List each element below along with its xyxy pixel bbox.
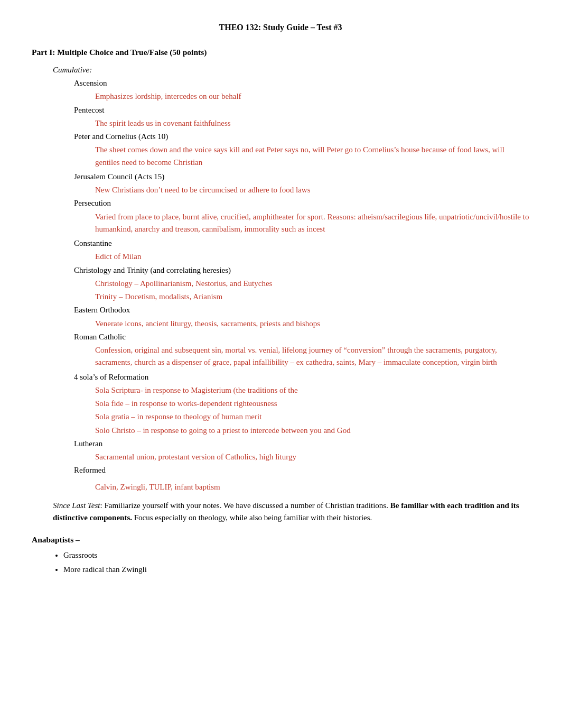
sola2: Sola fide – in response to works-depende… bbox=[95, 398, 529, 410]
anabaptists-heading: Anabaptists – bbox=[32, 533, 529, 546]
since-last-label: Since Last Test bbox=[53, 501, 100, 510]
anabaptists-section: Anabaptists – Grassroots More radical th… bbox=[32, 533, 529, 576]
persecution-label: Persecution bbox=[74, 197, 529, 209]
peter-cornelius-detail: The sheet comes down and the voice says … bbox=[95, 144, 529, 169]
eastern-orthodox-label: Eastern Orthodox bbox=[74, 304, 529, 316]
lutheran-label: Lutheran bbox=[74, 438, 529, 450]
peter-cornelius-label: Peter and Cornelius (Acts 10) bbox=[74, 131, 529, 143]
anabaptists-bullets: Grassroots More radical than Zwingli bbox=[63, 549, 529, 576]
list-item: Grassroots bbox=[63, 549, 529, 561]
constantine-label: Constantine bbox=[74, 237, 529, 250]
reformed-detail: Calvin, Zwingli, TULIP, infant baptism bbox=[95, 481, 529, 493]
christology-sub1: Christology – Apollinarianism, Nestorius… bbox=[95, 278, 529, 290]
sola1: Sola Scriptura- in response to Magisteri… bbox=[95, 384, 529, 397]
ascension-detail: Emphasizes lordship, intercedes on our b… bbox=[95, 90, 529, 103]
ascension-label: Ascension bbox=[74, 77, 529, 89]
since-last-block: Since Last Test: Familiarize yourself wi… bbox=[53, 500, 529, 524]
since-last-text2: Focus especially on theology, while also… bbox=[132, 513, 372, 522]
eastern-orthodox-detail: Venerate icons, ancient liturgy, theosis… bbox=[95, 318, 529, 330]
part1-heading: Part I: Multiple Choice and True/False (… bbox=[32, 46, 529, 59]
constantine-detail: Edict of Milan bbox=[95, 251, 529, 263]
list-item: More radical than Zwingli bbox=[63, 564, 529, 576]
persecution-detail: Varied from place to place, burnt alive,… bbox=[95, 211, 529, 236]
sola4: Solo Christo – in response to going to a… bbox=[95, 425, 529, 437]
four-solas-label: 4 sola’s of Reformation bbox=[74, 371, 529, 383]
pentecost-label: Pentecost bbox=[74, 104, 529, 116]
roman-catholic-detail: Confession, original and subsequent sin,… bbox=[95, 344, 529, 369]
cumulative-label: Cumulative: bbox=[53, 64, 529, 76]
since-last-text: : Familiarize yourself with your notes. … bbox=[100, 501, 388, 510]
page-title: THEO 132: Study Guide – Test #3 bbox=[32, 21, 529, 34]
roman-catholic-label: Roman Catholic bbox=[74, 331, 529, 343]
sola3: Sola gratia – in response to theology of… bbox=[95, 411, 529, 423]
pentecost-detail: The spirit leads us in covenant faithful… bbox=[95, 117, 529, 130]
reformed-label: Reformed bbox=[74, 464, 529, 476]
jerusalem-council-label: Jerusalem Council (Acts 15) bbox=[74, 171, 529, 183]
lutheran-detail: Sacramental union, protestant version of… bbox=[95, 451, 529, 463]
christology-trinity-label: Christology and Trinity (and correlating… bbox=[74, 264, 529, 277]
christology-sub2: Trinity – Docetism, modalists, Arianism bbox=[95, 291, 529, 303]
jerusalem-council-detail: New Christians don’t need to be circumci… bbox=[95, 184, 529, 196]
